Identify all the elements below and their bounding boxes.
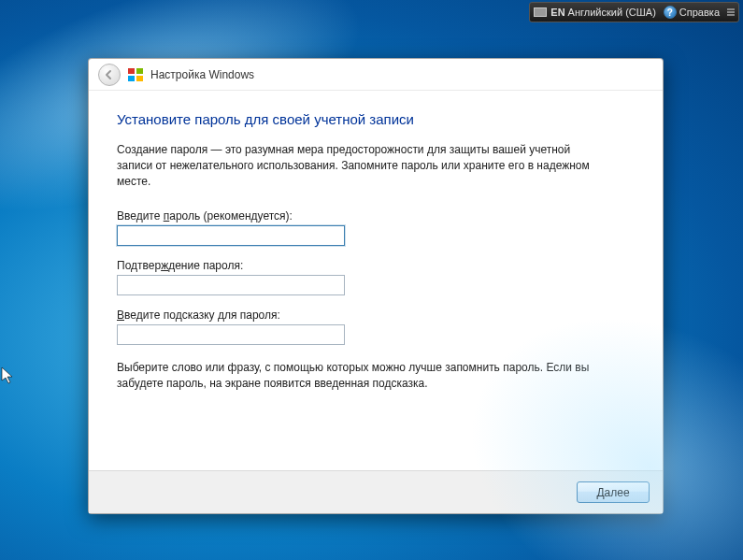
setup-window: Настройка Windows Установите пароль для … [88, 58, 664, 514]
password-label: Введите пароль (рекомендуется): [117, 209, 635, 223]
help-icon[interactable]: ? [664, 6, 677, 19]
help-link[interactable]: Справка [679, 7, 720, 18]
hint-description: Выберите слово или фразу, с помощью кото… [117, 360, 603, 392]
language-name[interactable]: Английский (США) [568, 7, 656, 18]
confirm-label: Подтверждение пароля: [117, 259, 635, 272]
window-footer: Далее [89, 470, 663, 513]
confirm-input[interactable] [117, 275, 345, 295]
language-code[interactable]: EN [550, 7, 564, 18]
hint-field-group: Введите подсказку для пароля: [117, 309, 635, 345]
cursor-icon [1, 366, 16, 390]
keyboard-icon [534, 7, 547, 17]
language-bar: EN Английский (США) ? Справка [529, 2, 739, 22]
confirm-field-group: Подтверждение пароля: [117, 259, 635, 295]
page-heading: Установите пароль для своей учетной запи… [117, 111, 635, 127]
window-body: Установите пароль для своей учетной запи… [89, 91, 663, 470]
hint-input[interactable] [117, 324, 345, 345]
window-header: Настройка Windows [89, 59, 663, 91]
grip-icon[interactable] [727, 8, 735, 16]
password-input[interactable] [117, 225, 345, 246]
password-field-group: Введите пароль (рекомендуется): [117, 209, 635, 246]
window-title: Настройка Windows [150, 68, 254, 81]
next-button[interactable]: Далее [577, 481, 650, 503]
back-button[interactable] [98, 64, 121, 86]
windows-flag-icon [128, 68, 143, 81]
page-description: Создание пароля — это разумная мера пред… [117, 142, 603, 189]
hint-label: Введите подсказку для пароля: [117, 309, 635, 322]
